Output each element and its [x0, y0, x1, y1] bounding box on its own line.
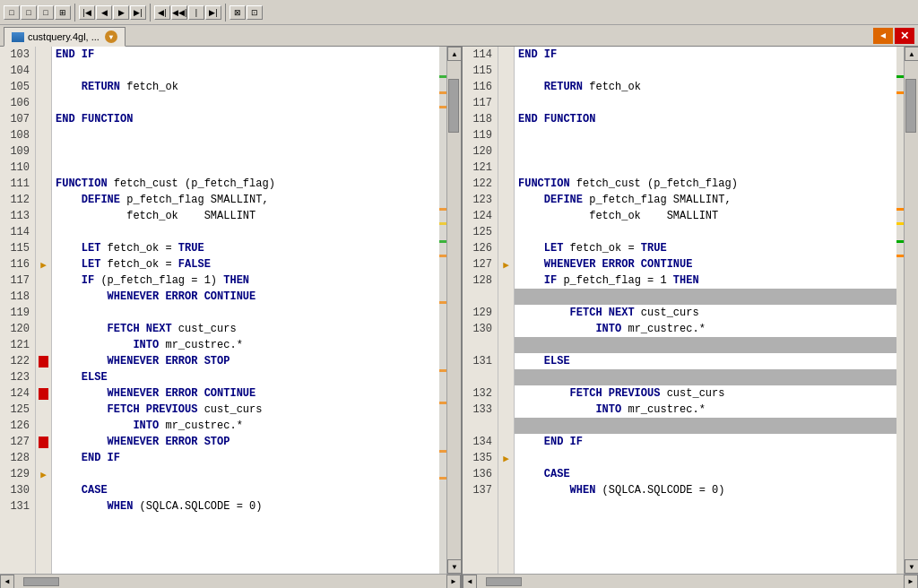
- code-line: INTO mr_custrec.*: [52, 418, 439, 434]
- ln: 129: [0, 468, 34, 480]
- code-line: FETCH PREVIOUS cust_curs: [52, 402, 439, 418]
- scroll-up-arrow[interactable]: ▲: [447, 47, 461, 61]
- tb-play-btn[interactable]: ⊡: [247, 5, 263, 20]
- right-line-numbers: 114 115 116 117 118 119 120 121 122 123 …: [463, 47, 498, 574]
- tab-file-icon: [12, 32, 24, 42]
- left-code-content[interactable]: END IF RETURN fetch_ok END FUNCTION FUNC…: [52, 47, 439, 574]
- ln: 115: [0, 242, 34, 255]
- left-indicator-col: ▶: [36, 47, 52, 574]
- tb-fwd-btn[interactable]: ◀◀|: [171, 5, 187, 20]
- code-line: RETURN fetch_ok: [52, 79, 439, 95]
- tb-back-btn[interactable]: ◀|: [154, 5, 170, 20]
- tb-prev-btn[interactable]: ◀: [96, 5, 112, 20]
- ln: 108: [0, 129, 34, 142]
- right-code-content[interactable]: END IF RETURN fetch_ok END FUNCTION FUNC…: [515, 47, 896, 574]
- code-line: ELSE: [52, 369, 439, 385]
- red-marker: [39, 356, 48, 368]
- code-line: WHENEVER ERROR CONTINUE: [52, 385, 439, 402]
- ln: 114: [0, 226, 34, 238]
- tb-nav-btn[interactable]: ▶|: [205, 5, 221, 20]
- code-line: WHENEVER ERROR CONTINUE: [52, 289, 439, 305]
- active-tab[interactable]: custquery.4gl, ... ▼: [4, 27, 126, 47]
- code-line: [52, 63, 439, 79]
- code-line: fetch_ok SMALLINT: [52, 208, 439, 224]
- red-marker: [39, 388, 48, 400]
- h-scroll-left[interactable]: ◀: [0, 575, 14, 589]
- ln: 110: [0, 161, 34, 174]
- tb-btn3[interactable]: □: [38, 5, 54, 20]
- ln: 119: [0, 307, 34, 319]
- code-line: INTO mr_custrec.*: [52, 337, 439, 353]
- ln: 111: [0, 177, 34, 190]
- tab-label: custquery.4gl, ...: [28, 31, 100, 42]
- tb-btn2[interactable]: □: [21, 5, 37, 20]
- ln: 123: [0, 371, 34, 384]
- tab-right-controls: ✕: [873, 28, 914, 44]
- code-line: [52, 305, 439, 321]
- scroll-track[interactable]: [447, 61, 461, 559]
- right-code-area: 114 115 116 117 118 119 120 121 122 123 …: [463, 47, 918, 574]
- code-line: [52, 143, 439, 160]
- ln: 109: [0, 145, 34, 158]
- code-line: [52, 160, 439, 176]
- r-h-scroll-left[interactable]: ◀: [463, 575, 477, 589]
- ln: 125: [0, 403, 34, 416]
- code-line: WHEN (SQLCA.SQLCODE = 0): [52, 498, 439, 514]
- code-line: LET fetch_ok = FALSE: [52, 256, 439, 272]
- ln: 107: [0, 113, 34, 125]
- code-line: FUNCTION fetch_cust (p_fetch_flag): [52, 176, 439, 192]
- tb-btn4[interactable]: ⊞: [55, 5, 71, 20]
- left-scrollbar-v[interactable]: ▲ ▼: [446, 47, 461, 574]
- ln: 118: [0, 290, 34, 303]
- r-scroll-up[interactable]: ▲: [905, 47, 918, 61]
- r-h-scroll-right[interactable]: ▶: [904, 575, 918, 589]
- r-scroll-thumb[interactable]: [905, 79, 916, 133]
- tab-minimize-btn[interactable]: [873, 28, 893, 44]
- ln: 131: [0, 500, 34, 513]
- tb-restore-btn[interactable]: □: [4, 5, 20, 20]
- r-scroll-track[interactable]: [905, 61, 918, 559]
- scroll-thumb[interactable]: [448, 79, 459, 133]
- tb-sep-btn[interactable]: |: [188, 5, 204, 20]
- code-line: END IF: [52, 47, 439, 63]
- red-marker: [39, 437, 48, 448]
- tb-next-btn[interactable]: ▶: [113, 5, 129, 20]
- h-scroll-track[interactable]: [14, 576, 446, 587]
- toolbar: □ □ □ ⊞ |◀ ◀ ▶ ▶| ◀| ◀◀| | ▶| ⊠ ⊡: [0, 0, 918, 25]
- tab-close-icon[interactable]: ▼: [105, 30, 117, 43]
- arrow-indicator: ▶: [40, 469, 47, 480]
- code-line: END IF: [52, 450, 439, 466]
- left-line-numbers: 103 104 105 106 107 108 109 110 111 112 …: [0, 47, 36, 574]
- app-window: □ □ □ ⊞ |◀ ◀ ▶ ▶| ◀| ◀◀| | ▶| ⊠ ⊡ custqu…: [0, 0, 918, 588]
- h-scroll-right[interactable]: ▶: [446, 575, 461, 589]
- r-scroll-down[interactable]: ▼: [905, 559, 918, 574]
- ln: 117: [0, 274, 34, 287]
- code-line: IF (p_fetch_flag = 1) THEN: [52, 272, 439, 289]
- arrow-indicator: ▶: [40, 259, 47, 271]
- tb-stop-btn[interactable]: ⊠: [230, 5, 246, 20]
- ln: 104: [0, 65, 34, 77]
- scroll-down-arrow[interactable]: ▼: [447, 559, 461, 574]
- ln: 124: [0, 387, 34, 400]
- right-scrollbar-h[interactable]: ◀ ▶: [463, 574, 918, 588]
- right-minimap: [896, 47, 904, 574]
- ln: 116: [0, 258, 34, 271]
- left-code-area: 103 104 105 106 107 108 109 110 111 112 …: [0, 47, 461, 574]
- ln: 112: [0, 194, 34, 206]
- code-line: CASE: [52, 482, 439, 498]
- ln: 127: [0, 436, 34, 448]
- main-content: 103 104 105 106 107 108 109 110 111 112 …: [0, 47, 918, 588]
- tb-first-btn[interactable]: |◀: [79, 5, 95, 20]
- left-scrollbar-h[interactable]: ◀ ▶: [0, 574, 461, 588]
- right-scrollbar-v[interactable]: ▲ ▼: [904, 47, 918, 574]
- ln: 105: [0, 81, 34, 93]
- code-line: WHENEVER ERROR STOP: [52, 434, 439, 450]
- tab-close-btn[interactable]: ✕: [895, 28, 914, 44]
- code-line: WHENEVER ERROR STOP: [52, 353, 439, 369]
- code-line: FETCH NEXT cust_curs: [52, 321, 439, 337]
- code-line: [52, 466, 439, 482]
- tb-last-btn[interactable]: ▶|: [130, 5, 146, 20]
- code-line: LET fetch_ok = TRUE: [52, 240, 439, 256]
- r-h-scroll-track[interactable]: [477, 576, 904, 587]
- right-pane: 114 115 116 117 118 119 120 121 122 123 …: [463, 47, 918, 588]
